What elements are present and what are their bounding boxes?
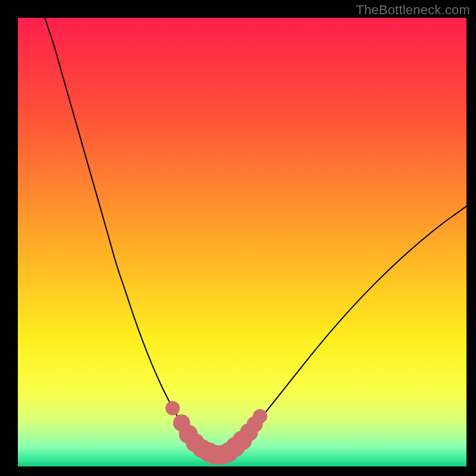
marker-point: [253, 409, 267, 423]
plot-area: [18, 18, 466, 466]
watermark-text: TheBottleneck.com: [356, 2, 470, 18]
gradient-background: [18, 18, 466, 466]
chart-container: TheBottleneck.com: [0, 0, 476, 476]
chart-svg: [18, 18, 466, 466]
marker-point: [165, 401, 180, 415]
